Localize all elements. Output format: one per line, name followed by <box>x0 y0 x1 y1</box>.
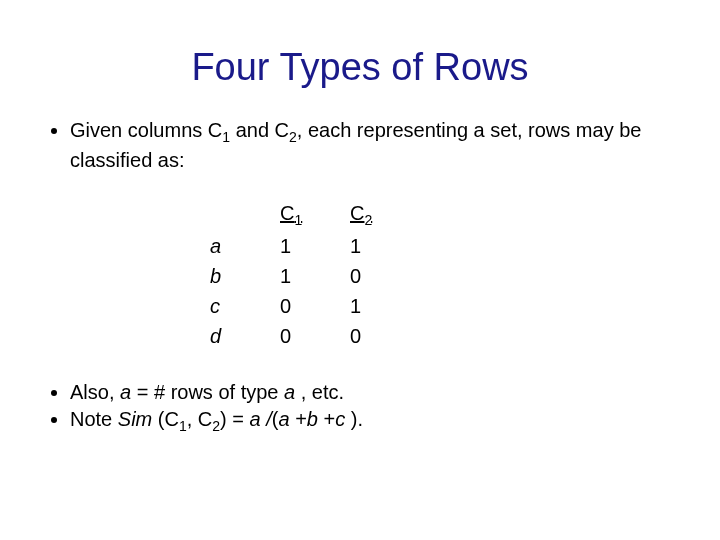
bullet-also: Also, a = # rows of type a , etc. <box>70 379 680 406</box>
cell-c1: 0 <box>280 321 350 351</box>
cell-c1: 1 <box>280 231 350 261</box>
text: ) = <box>220 408 249 430</box>
text: , etc. <box>295 381 344 403</box>
table-row: c 0 1 <box>210 291 680 321</box>
text: ). <box>351 408 363 430</box>
subscript-1: 1 <box>179 418 187 434</box>
cell-c2: 0 <box>350 321 420 351</box>
cell-c2: 1 <box>350 231 420 261</box>
var-a: a <box>278 408 295 430</box>
subscript-2: 2 <box>212 418 220 434</box>
var-a: a <box>250 408 267 430</box>
table-header-blank <box>210 198 280 231</box>
subscript-1: 1 <box>222 129 230 145</box>
row-type-table: C1 C2 a 1 1 b 1 0 c 0 1 d 0 0 <box>210 198 680 351</box>
table-row: a 1 1 <box>210 231 680 261</box>
text: = # rows of type <box>131 381 284 403</box>
var-a: a <box>284 381 295 403</box>
bullet-given-columns: Given columns C1 and C2, each representi… <box>70 117 680 174</box>
sim-function: Sim <box>118 408 152 430</box>
text: Given columns C <box>70 119 222 141</box>
text: Note <box>70 408 118 430</box>
cell-c2: 1 <box>350 291 420 321</box>
text: and C <box>230 119 289 141</box>
cell-c1: 1 <box>280 261 350 291</box>
text: + <box>324 408 336 430</box>
text: (C <box>152 408 179 430</box>
row-label: d <box>210 321 280 351</box>
cell-c1: 0 <box>280 291 350 321</box>
subscript-1: 1 <box>294 212 302 228</box>
slide: Four Types of Rows Given columns C1 and … <box>0 0 720 540</box>
text: Also, <box>70 381 120 403</box>
subscript-2: 2 <box>364 212 372 228</box>
cell-c2: 0 <box>350 261 420 291</box>
var-a: a <box>120 381 131 403</box>
table-header-row: C1 C2 <box>210 198 680 231</box>
bullet-list-top: Given columns C1 and C2, each representi… <box>40 117 680 174</box>
var-b: b <box>307 408 324 430</box>
table-row: b 1 0 <box>210 261 680 291</box>
table-header-c2: C2 <box>350 198 420 231</box>
table-header-c1: C1 <box>280 198 350 231</box>
bullet-note-sim: Note Sim (C1, C2) = a /(a +b +c ). <box>70 406 680 436</box>
bullet-list-bottom: Also, a = # rows of type a , etc. Note S… <box>40 379 680 436</box>
text: C <box>350 202 364 224</box>
text: , C <box>187 408 213 430</box>
text: + <box>295 408 307 430</box>
row-label: b <box>210 261 280 291</box>
var-c: c <box>335 408 351 430</box>
row-label: a <box>210 231 280 261</box>
row-label: c <box>210 291 280 321</box>
text: C <box>280 202 294 224</box>
subscript-2: 2 <box>289 129 297 145</box>
table-row: d 0 0 <box>210 321 680 351</box>
slide-title: Four Types of Rows <box>40 46 680 89</box>
